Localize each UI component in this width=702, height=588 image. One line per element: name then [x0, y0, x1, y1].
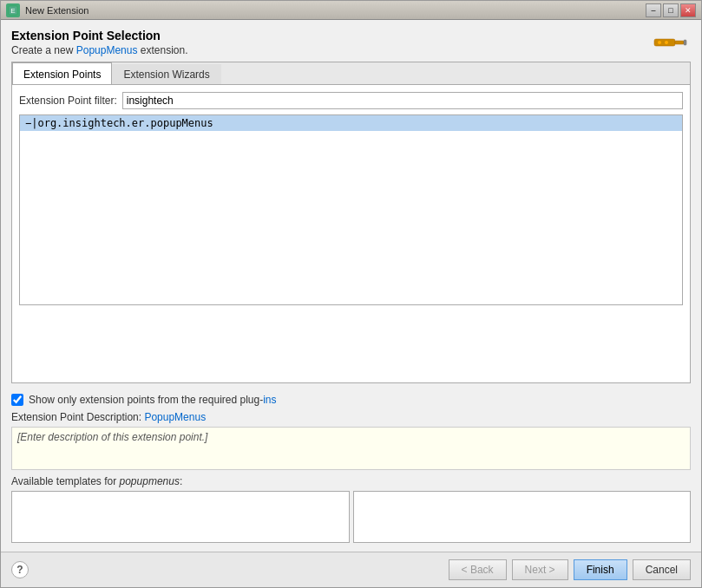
filter-row: Extension Point filter: — [19, 92, 683, 109]
list-item[interactable]: −|org.insightech.er.popupMenus — [20, 115, 682, 131]
window-title: New Extension — [25, 5, 646, 16]
description-box: [Enter description of this extension poi… — [11, 427, 691, 470]
dialog-title: Extension Point Selection — [11, 29, 187, 42]
dialog-subtitle: Create a new PopupMenus extension. — [11, 44, 187, 56]
next-button[interactable]: Next > — [512, 559, 568, 580]
tab-extension-points[interactable]: Extension Points — [12, 62, 112, 84]
tab-bar: Extension Points Extension Wizards — [12, 62, 690, 85]
desc-label: Extension Point Description: PopupMenus — [11, 411, 691, 423]
filter-label: Extension Point filter: — [19, 95, 117, 107]
dialog-header: Extension Point Selection Create a new P… — [11, 29, 691, 56]
checkbox-row: Show only extension points from the requ… — [11, 394, 691, 406]
below-panel: Show only extension points from the requ… — [11, 389, 691, 543]
extension-points-list[interactable]: −|org.insightech.er.popupMenus — [19, 114, 683, 305]
main-window: E New Extension – □ ✕ Extension Point Se… — [0, 0, 702, 588]
maximize-button[interactable]: □ — [663, 3, 679, 17]
list-item-text: −|org.insightech.er.popupMenus — [25, 117, 213, 129]
svg-point-5 — [658, 41, 661, 44]
window-icon: E — [6, 3, 20, 17]
plugins-link[interactable]: ins — [263, 394, 276, 406]
description-section: Extension Point Description: PopupMenus … — [11, 411, 691, 470]
dialog-title-area: Extension Point Selection Create a new P… — [11, 29, 187, 56]
title-bar: E New Extension – □ ✕ — [1, 1, 701, 20]
cancel-button[interactable]: Cancel — [633, 559, 691, 580]
show-only-checkbox[interactable] — [11, 394, 23, 406]
templates-panels — [11, 491, 691, 543]
svg-rect-4 — [684, 40, 686, 45]
checkbox-label: Show only extension points from the requ… — [29, 394, 277, 406]
svg-point-6 — [665, 41, 668, 44]
close-button[interactable]: ✕ — [680, 3, 696, 17]
template-list[interactable] — [11, 491, 350, 543]
back-button[interactable]: < Back — [449, 559, 507, 580]
templates-label: Available templates for popupmenus: — [11, 475, 691, 487]
dialog-content: Extension Point Selection Create a new P… — [1, 20, 701, 552]
filter-input[interactable] — [122, 92, 683, 109]
templates-section: Available templates for popupmenus: — [11, 475, 691, 543]
svg-rect-3 — [675, 41, 684, 44]
finish-button[interactable]: Finish — [574, 559, 627, 580]
main-panel: Extension Points Extension Wizards Exten… — [11, 62, 691, 383]
popup-menus-link[interactable]: PopupMenus — [76, 44, 138, 56]
svg-text:E: E — [10, 7, 15, 15]
title-bar-buttons: – □ ✕ — [646, 3, 696, 17]
bottom-bar: ? < Back Next > Finish Cancel — [1, 552, 701, 587]
tab-extension-wizards[interactable]: Extension Wizards — [112, 64, 220, 84]
template-preview — [353, 491, 692, 543]
desc-link[interactable]: PopupMenus — [144, 411, 206, 423]
plug-icon — [653, 30, 687, 55]
tab-content-extension-points: Extension Point filter: −|org.insightech… — [12, 85, 690, 382]
minimize-button[interactable]: – — [646, 3, 661, 17]
help-button[interactable]: ? — [11, 561, 29, 578]
header-icon-area — [649, 29, 691, 56]
